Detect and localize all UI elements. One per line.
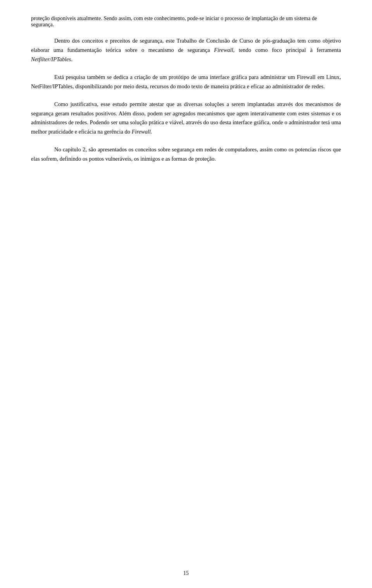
para2-firewall: Firewall (214, 47, 233, 53)
page-container: proteção disponíveis atualmente. Sendo a… (0, 0, 372, 588)
paragraph-3: Está pesquisa também se dedica a criação… (31, 73, 341, 91)
para2-text-2: , tendo como foco principal à ferramenta (233, 47, 341, 53)
paragraph-5: No capítulo 2, são apresentados os conce… (31, 145, 341, 164)
para4-text-1: Como justificativa, esse estudo permite … (31, 101, 341, 135)
para3-text-1: Está pesquisa também se dedica a criação… (31, 74, 341, 89)
para2-text-3: . (71, 56, 72, 62)
paragraph-1: proteção disponíveis atualmente. Sendo a… (31, 15, 341, 28)
para1-text: proteção disponíveis atualmente. Sendo a… (31, 15, 317, 27)
paragraph-4: Como justificativa, esse estudo permite … (31, 100, 341, 137)
para5-text: No capítulo 2, são apresentados os conce… (31, 146, 341, 162)
para4-firewall: Firewall. (132, 129, 152, 135)
page-number: 15 (183, 570, 189, 576)
para2-netfilter: Netfilter/IPTables (31, 56, 71, 62)
paragraph-2: Dentro dos conceitos e preceitos de segu… (31, 36, 341, 64)
